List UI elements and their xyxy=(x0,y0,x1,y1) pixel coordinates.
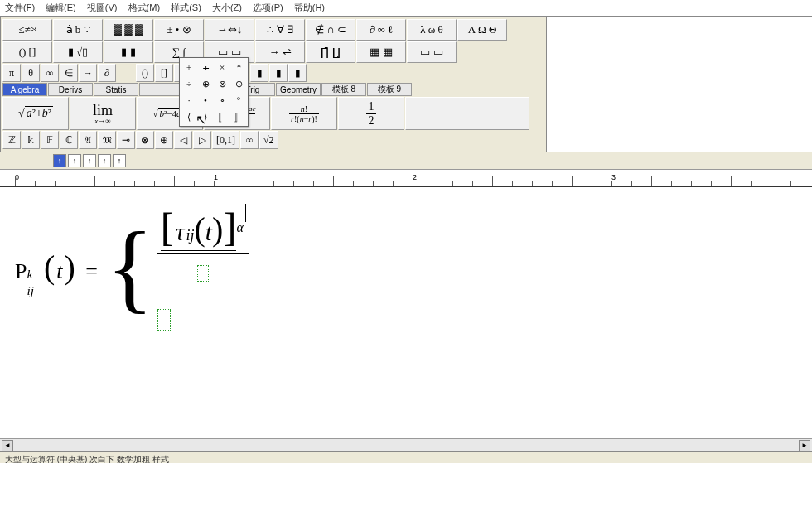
sym-c[interactable]: ℂ xyxy=(60,131,78,149)
sym-k[interactable]: 𝕜 xyxy=(22,131,40,149)
sym-infty2[interactable]: ∞ xyxy=(240,131,259,149)
snippet-combination[interactable]: n! r!(n−r)! xyxy=(271,97,337,130)
palette-misc[interactable]: ∂ ∞ ℓ xyxy=(356,19,406,41)
pop-bullet[interactable]: • xyxy=(198,93,213,108)
pop-oplus[interactable]: ⊕ xyxy=(198,76,213,91)
menu-item[interactable]: 視圖(V) xyxy=(87,2,118,12)
pop-cdot[interactable]: · xyxy=(181,93,196,108)
pop-mp[interactable]: ∓ xyxy=(198,60,213,75)
pop-ast[interactable]: ＊ xyxy=(231,60,246,75)
sym-lollipop[interactable]: ⊸ xyxy=(117,131,135,149)
equation-editor[interactable]: Pkij (t) = { [ τij (t) ] α ◄ ► xyxy=(0,186,812,451)
tab-derivs[interactable]: Derivs xyxy=(48,83,93,96)
menu-item[interactable]: 編輯(E) xyxy=(46,2,76,12)
scroll-right-icon[interactable]: ► xyxy=(799,440,810,451)
view-icon-3[interactable]: ↑ xyxy=(83,154,96,167)
sym-in[interactable]: ∈ xyxy=(60,64,78,82)
sym-otimes[interactable]: ⊗ xyxy=(136,131,154,149)
tab-algebra[interactable]: Algebra xyxy=(2,83,47,96)
snippet-sqrt-ab[interactable]: √a²+b² xyxy=(2,97,69,130)
menu-item[interactable]: 样式(S) xyxy=(171,2,201,12)
pop-circ[interactable]: ∘ xyxy=(215,93,230,108)
pop-otimes[interactable]: ⊗ xyxy=(215,76,230,91)
sym-to[interactable]: → xyxy=(79,64,97,82)
view-icon-5[interactable]: ↑ xyxy=(113,154,126,167)
palette-settheory[interactable]: ∉ ∩ ⊂ xyxy=(306,19,355,41)
pop-ldbrack[interactable]: 〚 xyxy=(215,109,230,124)
palette-spaces[interactable]: ȧ b ∵ xyxy=(53,19,103,41)
palette-embellish[interactable]: ▓ ▓ ▓ xyxy=(104,19,153,41)
formula-lhs: Pkij (t) = xyxy=(15,248,103,287)
pop-deg[interactable]: ° xyxy=(231,93,246,108)
menu-item[interactable]: 帮助(H) xyxy=(294,2,325,12)
ruler: 0 1 2 3 xyxy=(0,170,812,186)
template-labelarrows[interactable]: → ⇌ xyxy=(255,41,305,63)
sym-f[interactable]: 𝔽 xyxy=(41,131,59,149)
tmpl-paren[interactable]: () xyxy=(136,64,154,82)
template-products[interactable]: ∏̄ ∐̣ xyxy=(306,41,355,63)
pop-pm[interactable]: ± xyxy=(181,60,196,75)
sym-fraka[interactable]: 𝔄 xyxy=(79,131,97,149)
view-icon-2[interactable]: ↑ xyxy=(68,154,81,167)
view-icons: ↑ ↑ ↑ ↑ ↑ xyxy=(0,152,812,170)
view-icon-4[interactable]: ↑ xyxy=(98,154,111,167)
snippet-limit[interactable]: lim x→∞ xyxy=(70,97,136,130)
symbol-toolbar: ≤≠≈ ȧ b ∵ ▓ ▓ ▓ ± • ⊗ →⇔↓ ∴ ∀ ∃ ∉ ∩ ⊂ ∂ … xyxy=(0,17,547,152)
tmpl-slot1[interactable]: ▮ xyxy=(250,64,268,82)
tab-geometry[interactable]: Geometry xyxy=(276,83,321,96)
sym-sqrt2[interactable]: √2 xyxy=(259,131,278,149)
pop-div[interactable]: ÷ xyxy=(181,76,196,91)
placeholder[interactable] xyxy=(157,309,171,331)
sym-pi[interactable]: π xyxy=(2,64,21,82)
palette-arrows[interactable]: →⇔↓ xyxy=(205,19,254,41)
sym-rtri[interactable]: ▷ xyxy=(193,131,211,149)
sym-infty[interactable]: ∞ xyxy=(41,64,59,82)
palette-relations[interactable]: ≤≠≈ xyxy=(2,19,52,41)
tab-template8[interactable]: 模板 8 xyxy=(321,83,366,96)
pop-times[interactable]: × xyxy=(215,60,230,75)
tmpl-slot2[interactable]: ▮ xyxy=(269,64,288,82)
sym-theta[interactable]: θ xyxy=(22,64,40,82)
sym-z[interactable]: ℤ xyxy=(2,131,21,149)
template-matrices[interactable]: ▦ ▦ xyxy=(356,41,406,63)
template-boxes[interactable]: ▭ ▭ xyxy=(407,41,457,63)
snippet-half[interactable]: 12 xyxy=(338,97,404,130)
palette-greek-lower[interactable]: λ ω θ xyxy=(407,19,457,41)
sym-oplus[interactable]: ⊕ xyxy=(155,131,173,149)
template-fractions[interactable]: ▮ √▯ xyxy=(53,41,103,63)
menu-item[interactable]: 选项(P) xyxy=(253,2,283,12)
palette-operators[interactable]: ± • ⊗ xyxy=(154,19,204,41)
palette-logic[interactable]: ∴ ∀ ∃ xyxy=(255,19,305,41)
placeholder[interactable] xyxy=(197,265,209,282)
menu-item[interactable]: 大小(Z) xyxy=(212,2,242,12)
snippet-blank[interactable] xyxy=(405,97,529,130)
pop-langle[interactable]: ⟨ xyxy=(181,109,196,124)
pop-rangle[interactable]: ⟩ xyxy=(198,109,213,124)
numerator: [ τij (t) ] α xyxy=(157,204,249,254)
formula: Pkij (t) = { [ τij (t) ] α xyxy=(15,204,249,331)
operator-popup: ± ∓ × ＊ ÷ ⊕ ⊗ ⊙ · • ∘ ° ⟨ ⟩ 〚 〛 xyxy=(179,57,249,127)
tab-statis[interactable]: Statis xyxy=(94,83,138,96)
menu-item[interactable]: 文件(F) xyxy=(5,2,35,12)
brace-icon: { xyxy=(106,228,154,307)
status-text: 大型与运算符 (中央基) 次白下 数学加粗 样式 xyxy=(5,455,169,463)
scroll-left-icon[interactable]: ◄ xyxy=(2,440,13,451)
pop-rdbrack[interactable]: 〛 xyxy=(231,109,246,124)
status-bar: 大型与运算符 (中央基) 次白下 数学加粗 样式 xyxy=(0,451,812,463)
menu-item[interactable]: 格式(M) xyxy=(128,2,161,12)
menu-bar: 文件(F) 編輯(E) 視圖(V) 格式(M) 样式(S) 大小(Z) 选项(P… xyxy=(0,0,812,17)
tab-template9[interactable]: 模板 9 xyxy=(367,83,412,96)
view-icon-1[interactable]: ↑ xyxy=(53,154,66,167)
tab-blank[interactable] xyxy=(139,83,184,96)
template-fences[interactable]: () [] xyxy=(2,41,52,63)
tmpl-slot3[interactable]: ▮ xyxy=(288,64,307,82)
sym-partial[interactable]: ∂ xyxy=(98,64,116,82)
sym-frakm[interactable]: 𝔐 xyxy=(98,131,116,149)
template-subsup[interactable]: ▮ ▮ xyxy=(104,41,153,63)
palette-greek-upper[interactable]: Λ Ω Θ xyxy=(457,19,507,41)
tmpl-bracket[interactable]: [] xyxy=(155,64,173,82)
sym-ltri[interactable]: ◁ xyxy=(174,131,192,149)
h-scrollbar[interactable]: ◄ ► xyxy=(0,438,812,451)
pop-odot[interactable]: ⊙ xyxy=(231,76,246,91)
sym-interval[interactable]: [0,1] xyxy=(212,131,239,149)
